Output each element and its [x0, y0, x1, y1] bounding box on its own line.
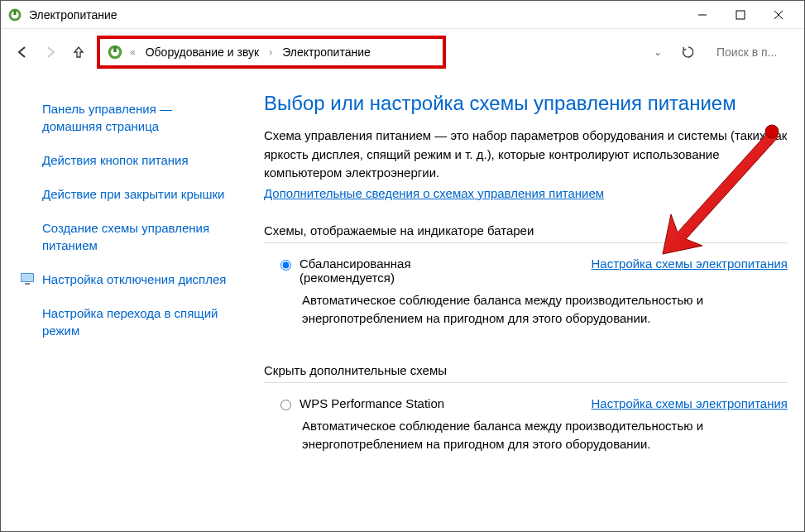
section-hide-additional[interactable]: Скрыть дополнительные схемы — [264, 363, 788, 383]
plan-wps-radio[interactable] — [280, 400, 291, 410]
plan-balanced-sublabel: (рекомендуется) — [299, 271, 592, 285]
titlebar: Электропитание — [1, 1, 804, 29]
address-dropdown[interactable]: ⌄ — [649, 46, 667, 58]
svg-rect-9 — [113, 46, 116, 52]
plan-balanced-settings-link[interactable]: Настройка схемы электропитания — [592, 256, 788, 271]
moon-icon — [19, 304, 36, 321]
addressbar-row: « Оборудование и звук › Электропитание ⌄ — [1, 29, 804, 75]
sidebar: Панель управления — домашняя страница Де… — [1, 75, 249, 531]
search-input[interactable] — [710, 40, 793, 65]
plan-balanced-name: Сбалансированная (рекомендуется) — [299, 256, 592, 285]
plan-balanced-desc: Автоматическое соблюдение баланса между … — [264, 286, 788, 340]
plan-wps-settings-link[interactable]: Настройка схемы электропитания — [592, 396, 788, 410]
sidebar-sleep[interactable]: Настройка перехода в спящий режим — [19, 296, 229, 347]
sidebar-display-off[interactable]: Настройка отключения дисплея — [19, 262, 229, 296]
breadcrumb-item-hardware[interactable]: Оборудование и звук — [142, 44, 263, 60]
section-battery-plans: Схемы, отображаемые на индикаторе батаре… — [264, 223, 788, 243]
close-button[interactable] — [759, 2, 798, 28]
maximize-button[interactable] — [721, 2, 759, 28]
svg-rect-12 — [25, 283, 30, 285]
breadcrumb-sep: « — [128, 46, 137, 58]
window-controls — [683, 2, 798, 28]
sidebar-display-off-label: Настройка отключения дисплея — [42, 272, 226, 286]
up-button[interactable] — [69, 42, 89, 62]
breadcrumb-item-power[interactable]: Электропитание — [279, 44, 374, 60]
sidebar-home[interactable]: Панель управления — домашняя страница — [19, 92, 229, 143]
chevron-right-icon: › — [267, 46, 274, 58]
page-description: Схема управления питанием — это набор па… — [264, 127, 788, 183]
more-info-link[interactable]: Дополнительные сведения о схемах управле… — [264, 186, 604, 200]
sidebar-power-buttons[interactable]: Действия кнопок питания — [19, 143, 229, 177]
forward-button[interactable] — [41, 42, 60, 62]
svg-rect-4 — [736, 11, 745, 19]
breadcrumb[interactable]: « Оборудование и звук › Электропитание — [97, 36, 446, 69]
window-title: Электропитание — [29, 8, 683, 22]
main: Выбор или настройка схемы управления пит… — [249, 75, 804, 531]
plan-wps-name: WPS Performance Station — [299, 396, 592, 410]
plan-balanced-radio[interactable] — [280, 260, 291, 271]
svg-rect-2 — [14, 10, 17, 15]
plan-wps-row: WPS Performance Station Настройка схемы … — [264, 391, 788, 412]
minimize-button[interactable] — [683, 2, 721, 28]
content: Панель управления — домашняя страница Де… — [1, 75, 804, 531]
svg-rect-11 — [22, 274, 33, 281]
plan-balanced-label: Сбалансированная — [299, 256, 411, 271]
plan-balanced-row: Сбалансированная (рекомендуется) Настрой… — [264, 252, 788, 286]
plan-wps-desc: Автоматическое соблюдение баланса между … — [264, 412, 788, 466]
sidebar-create-plan[interactable]: Создание схемы управления питанием — [19, 211, 229, 262]
page-title: Выбор или настройка схемы управления пит… — [264, 92, 788, 115]
plan-wps-label: WPS Performance Station — [299, 396, 444, 410]
power-options-icon — [7, 7, 22, 22]
refresh-button[interactable] — [675, 39, 702, 65]
sidebar-lid-close[interactable]: Действие при закрытии крышки — [19, 177, 229, 211]
back-button[interactable] — [12, 42, 32, 62]
sidebar-sleep-label: Настройка перехода в спящий режим — [42, 306, 218, 338]
monitor-icon — [19, 271, 36, 287]
power-options-icon — [107, 44, 123, 60]
